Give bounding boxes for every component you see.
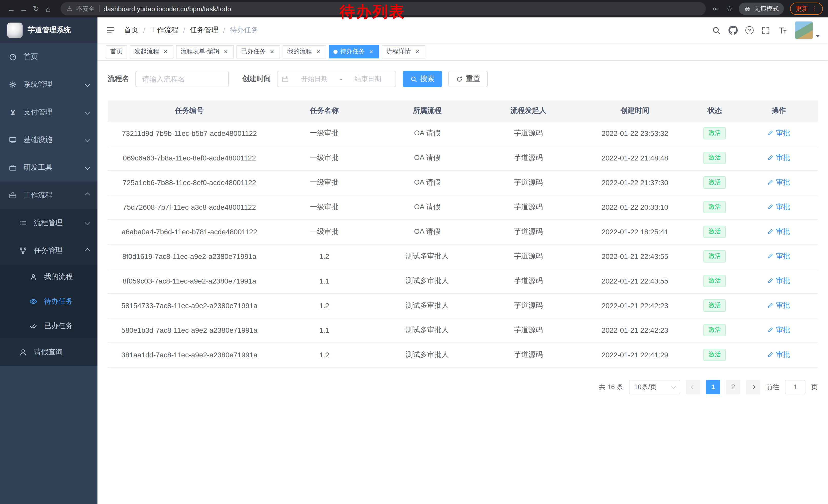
tab[interactable]: 已办任务 × (237, 45, 280, 58)
search-button[interactable]: 搜索 (403, 71, 442, 87)
task-table: 任务编号任务名称所属流程流程发起人创建时间状态操作 73211d9d-7b9b-… (108, 100, 818, 367)
approve-link[interactable]: 审批 (767, 252, 790, 261)
sidebar-item-label: 首页 (24, 52, 38, 61)
cell-status: 激活 (690, 121, 740, 146)
start-date-placeholder[interactable]: 开始日期 (291, 74, 338, 84)
sidebar-item-task-management[interactable]: 任务管理 (0, 237, 97, 265)
approve-link[interactable]: 审批 (767, 178, 790, 187)
avatar[interactable] (795, 21, 813, 40)
sidebar-item-label: 任务管理 (34, 246, 63, 255)
sidebar-item-home[interactable]: 首页 (0, 43, 97, 71)
incognito-icon (744, 5, 751, 12)
breadcrumb-item-task-management[interactable]: 任务管理 (190, 26, 218, 35)
chevron-up-icon (85, 248, 90, 253)
cell-created: 2022-01-22 21:48:48 (580, 146, 690, 170)
process-name-input[interactable] (135, 71, 229, 87)
end-date-placeholder[interactable]: 结束日期 (344, 74, 391, 84)
approve-link[interactable]: 审批 (767, 301, 790, 310)
status-badge: 激活 (704, 275, 726, 287)
table-row: a6aba0a4-7b6d-11ec-b781-acde48001122 一级审… (108, 220, 818, 244)
sidebar-item-done-tasks[interactable]: 已办任务 (0, 314, 97, 338)
sidebar-item-payment[interactable]: ¥ 支付管理 (0, 98, 97, 126)
tab[interactable]: 流程详情 × (382, 45, 425, 58)
tab[interactable]: 待办任务 × (329, 45, 379, 58)
sidebar-item-infrastructure[interactable]: 基础设施 (0, 126, 97, 154)
sidebar: 芋道管理系统 首页 系统管理 ¥ 支付管理 (0, 17, 97, 504)
tab[interactable]: 流程表单-编辑 × (176, 45, 234, 58)
help-icon[interactable]: ? (745, 26, 754, 34)
tab[interactable]: 我的流程 × (283, 45, 326, 58)
forward-icon[interactable]: → (17, 4, 30, 13)
page-button-1[interactable]: 1 (706, 380, 720, 394)
breadcrumb-item-home[interactable]: 首页 (124, 26, 138, 35)
user-menu[interactable] (795, 21, 820, 40)
sidebar-item-process-management[interactable]: 流程管理 (0, 209, 97, 237)
tab-close-icon[interactable]: × (367, 48, 374, 55)
cell-status: 激活 (690, 342, 740, 367)
cell-created: 2022-01-21 22:41:29 (580, 342, 690, 367)
sidebar-item-my-process[interactable]: 我的流程 (0, 265, 97, 289)
sidebar-item-label: 基础设施 (24, 135, 52, 145)
tab-close-icon[interactable]: × (222, 48, 229, 55)
menu-dots-icon[interactable]: ⋮ (811, 5, 817, 12)
github-icon[interactable] (729, 26, 738, 35)
navbar-actions: ? (712, 21, 820, 40)
font-size-icon[interactable] (778, 26, 787, 35)
process-name-label: 流程名 (108, 74, 129, 84)
update-button[interactable]: 更新 ⋮ (790, 3, 823, 15)
approve-link[interactable]: 审批 (767, 227, 790, 236)
pagination-total: 共 16 条 (599, 382, 623, 392)
cell-initiator: 芋道源码 (477, 342, 580, 367)
hamburger-icon[interactable] (106, 26, 115, 35)
table-header-cell: 任务名称 (271, 100, 378, 121)
approve-link[interactable]: 审批 (767, 153, 790, 163)
page-button-2[interactable]: 2 (726, 380, 740, 394)
tab[interactable]: 首页 (106, 45, 127, 58)
star-icon[interactable]: ☆ (726, 5, 733, 13)
search-icon[interactable] (712, 26, 721, 35)
approve-link[interactable]: 审批 (767, 276, 790, 286)
status-badge: 激活 (704, 250, 726, 262)
top-navbar: 首页 / 工作流程 / 任务管理 / 待办任务 ? (97, 17, 828, 43)
sidebar-item-system[interactable]: 系统管理 (0, 71, 97, 98)
reset-button[interactable]: 重置 (448, 71, 488, 87)
tab-close-icon[interactable]: × (162, 48, 169, 55)
cell-action: 审批 (740, 318, 818, 342)
cell-initiator: 芋道源码 (477, 220, 580, 244)
approve-link[interactable]: 审批 (767, 202, 790, 212)
next-page-button[interactable] (746, 380, 760, 394)
sidebar-item-workflow[interactable]: 工作流程 (0, 182, 97, 209)
gear-icon (8, 81, 17, 89)
approve-link[interactable]: 审批 (767, 350, 790, 359)
app-logo[interactable]: 芋道管理系统 (0, 17, 97, 43)
reload-icon[interactable]: ↻ (30, 4, 42, 13)
double-check-icon (29, 322, 38, 330)
cell-created: 2022-01-21 22:43:55 (580, 244, 690, 269)
sidebar-item-dev-tools[interactable]: 研发工具 (0, 154, 97, 182)
fullscreen-icon[interactable] (761, 26, 770, 35)
breadcrumb: 首页 / 工作流程 / 任务管理 / 待办任务 (124, 26, 258, 35)
cell-created: 2022-01-22 20:33:10 (580, 195, 690, 220)
approve-link[interactable]: 审批 (767, 129, 790, 138)
cell-task-id: 75d72608-7b7f-11ec-a3c8-acde48001122 (108, 195, 271, 220)
cell-created: 2022-01-22 21:37:30 (580, 170, 690, 195)
tab-close-icon[interactable]: × (413, 48, 421, 55)
goto-page-input[interactable] (785, 380, 805, 394)
reset-button-label: 重置 (466, 74, 480, 84)
tab-close-icon[interactable]: × (268, 48, 276, 55)
person-chat-icon (29, 273, 38, 281)
date-range-picker[interactable]: 开始日期 - 结束日期 (277, 71, 396, 87)
tab-close-icon[interactable]: × (315, 48, 322, 55)
approve-link[interactable]: 审批 (767, 326, 790, 335)
sidebar-item-leave-query[interactable]: 请假查询 (0, 338, 97, 366)
back-icon[interactable]: ← (5, 4, 17, 13)
key-icon[interactable] (712, 5, 720, 12)
sidebar-item-todo-tasks[interactable]: 待办任务 (0, 289, 97, 314)
home-icon[interactable]: ⌂ (42, 4, 54, 13)
page-size-select[interactable]: 10条/页 (629, 380, 680, 394)
app-logo-image (7, 22, 23, 38)
tab[interactable]: 发起流程 × (130, 45, 173, 58)
prev-page-button[interactable] (686, 380, 700, 394)
cell-initiator: 芋道源码 (477, 121, 580, 146)
breadcrumb-item-workflow[interactable]: 工作流程 (150, 26, 178, 35)
